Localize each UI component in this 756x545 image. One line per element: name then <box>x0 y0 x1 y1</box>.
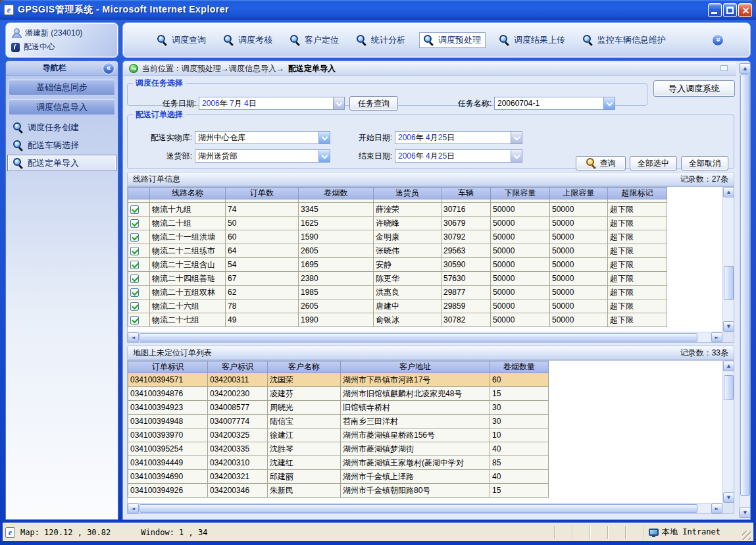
table-cell: 许晓峰 <box>374 217 441 230</box>
row-checkbox[interactable] <box>130 247 139 255</box>
scroll-down-button[interactable] <box>740 507 751 518</box>
table-cell: 50000 <box>550 272 608 286</box>
panel-collapse-button[interactable] <box>720 65 728 71</box>
row-checkbox[interactable] <box>130 316 139 324</box>
dropdown-arrow-icon[interactable] <box>603 97 615 109</box>
row-checkbox[interactable] <box>130 274 139 283</box>
table-cell: 10 <box>490 428 549 442</box>
column-header: 卷烟数 <box>299 188 374 199</box>
magnifier-icon <box>224 35 234 45</box>
scroll-thumb[interactable] <box>139 504 697 513</box>
scroll-down-button[interactable] <box>723 492 734 503</box>
dropdown-arrow-icon[interactable] <box>333 97 344 109</box>
sidebar-item[interactable]: 配送车辆选择 <box>7 137 116 153</box>
column-header: 上限容量 <box>550 188 608 199</box>
table-row[interactable]: 034100394876034200230凌建芬湖州市旧馆镇麒麟村北凌家兜48号… <box>128 387 721 401</box>
scroll-thumb[interactable] <box>724 375 734 400</box>
table-row[interactable]: 034100394571034200311沈国荣湖州市下昂镇市河路17号60 <box>128 373 721 387</box>
start-date-combo[interactable]: 2006年 4月25日 <box>395 131 522 144</box>
resize-grip[interactable] <box>742 531 751 540</box>
table-row[interactable]: 034100394926034200346朱新民湖州市千金镇朝阳路80号15 <box>128 484 721 498</box>
menu-item[interactable]: 客户定位 <box>286 32 343 48</box>
sidebar-group-button[interactable]: 基础信息同步 <box>9 79 115 95</box>
maximize-button[interactable] <box>723 3 737 17</box>
row-checkbox[interactable] <box>130 205 139 214</box>
scroll-left-button[interactable] <box>128 332 139 342</box>
scroll-up-button[interactable] <box>723 361 734 371</box>
table-row[interactable]: 物流二十七组491990俞银冰307825000050000超下限 <box>128 313 721 327</box>
column-header: 订单数 <box>226 188 299 199</box>
dropdown-arrow-icon[interactable] <box>318 132 330 143</box>
row-checkbox[interactable] <box>130 261 139 269</box>
dropdown-arrow-icon[interactable] <box>511 150 522 162</box>
scroll-up-button[interactable] <box>723 187 734 197</box>
column-header: 客户标识 <box>208 361 268 373</box>
table-row[interactable]: 034100393970034200325徐建江湖州市菱湖镇星桥路156号10 <box>128 428 721 442</box>
scroll-right-button[interactable] <box>711 332 722 342</box>
menu-item[interactable]: 调度查询 <box>153 32 210 48</box>
row-checkbox[interactable] <box>130 233 139 242</box>
table-row[interactable]: 034100395254034200335沈胜琴湖州市菱湖镇梦湖街40 <box>128 442 721 456</box>
sidebar-group-button[interactable]: 调度信息导入 <box>9 99 115 115</box>
unlocated-table-vscrollbar[interactable] <box>722 361 734 503</box>
table-row[interactable]: 034100394449034200310沈建红湖州市菱湖镇王家墩村(菱湖中学对… <box>128 456 721 470</box>
task-date-combo[interactable]: 2006年 7月 4日 <box>199 97 345 110</box>
warehouse-combo[interactable]: 湖州中心仓库 <box>195 131 330 144</box>
delivery-dept-combo[interactable]: 湖州送货部 <box>195 149 330 163</box>
table-cell: 85 <box>490 456 549 470</box>
table-row[interactable]: 物流二十二组练市642605张晓伟295635000050000超下限 <box>128 244 721 258</box>
row-checkbox[interactable] <box>130 219 139 228</box>
table-cell: 物流二十组 <box>150 217 226 230</box>
route-table-hscrollbar[interactable] <box>128 332 722 342</box>
table-cell: 29877 <box>441 286 491 299</box>
content-vscrollbar[interactable] <box>739 63 750 518</box>
sidebar-collapse-button[interactable] <box>103 63 114 74</box>
unlocated-table-hscrollbar[interactable] <box>128 503 722 513</box>
table-row[interactable]: 物流二十组501625许晓峰306795000050000超下限 <box>128 217 721 230</box>
dropdown-arrow-icon[interactable] <box>511 132 522 143</box>
toolbar-collapse-button[interactable] <box>712 34 724 46</box>
route-table-vscrollbar[interactable] <box>722 187 734 332</box>
row-checkbox[interactable] <box>130 302 139 311</box>
menu-item[interactable]: 调度结果上传 <box>495 32 569 48</box>
scroll-thumb[interactable] <box>740 74 750 496</box>
column-header: 超限标记 <box>608 188 667 199</box>
column-header: 卷烟数量 <box>490 361 549 373</box>
menu-item[interactable]: 调度考核 <box>220 32 276 48</box>
unlocated-table-title: 地图上未定位订单列表 <box>133 348 212 359</box>
table-row[interactable]: 物流二十四组善琏672380陈更华576305000050000超下限 <box>128 272 721 286</box>
close-button[interactable] <box>738 3 752 17</box>
table-row[interactable]: 034100394923034008577周晓光旧馆镇寺桥村30 <box>128 401 721 415</box>
scroll-thumb[interactable] <box>139 333 697 342</box>
task-name-combo[interactable]: 20060704-1 <box>494 97 615 110</box>
department-icon <box>11 43 20 52</box>
scroll-left-button[interactable] <box>128 504 139 513</box>
table-row[interactable]: 物流二十一组洪塘601590金明康307925000050000超下限 <box>128 230 721 244</box>
scroll-thumb[interactable] <box>724 266 734 300</box>
menu-item[interactable]: 统计分析 <box>353 32 409 48</box>
table-row[interactable]: 034100394690034200321邱建丽湖州市千金镇上泽路40 <box>128 470 721 484</box>
sidebar-item[interactable]: 配送定单导入 <box>7 155 116 171</box>
table-row[interactable]: 物流二十三组含山541695安静305905000050000超下限 <box>128 258 721 272</box>
scroll-right-button[interactable] <box>711 504 722 513</box>
scroll-down-button[interactable] <box>723 321 734 332</box>
scroll-up-button[interactable] <box>740 63 751 74</box>
table-cell: 苕南乡三田洋村 <box>341 415 490 428</box>
query-button[interactable]: 查询 <box>576 156 626 170</box>
table-row[interactable]: 034100394948034007774陆信宝苕南乡三田洋村30 <box>128 415 721 428</box>
table-row[interactable]: 物流二十六组782605唐建中298595000050000超下限 <box>128 299 721 313</box>
row-checkbox[interactable] <box>130 288 139 297</box>
sidebar-item[interactable]: 调度任务创建 <box>7 119 116 136</box>
dropdown-arrow-icon[interactable] <box>318 150 330 162</box>
menu-item[interactable]: 监控车辆信息维护 <box>579 32 670 48</box>
minimize-button[interactable] <box>708 3 722 17</box>
table-row[interactable]: 物流十九组743345薛淦荣307165000050000超下限 <box>128 203 721 217</box>
end-date-combo[interactable]: 2006年 4月25日 <box>395 149 522 163</box>
menu-item[interactable]: 调度预处理 <box>419 32 486 48</box>
task-query-button[interactable]: 任务查询 <box>349 96 398 111</box>
table-cell: 物流二十三组含山 <box>150 258 226 272</box>
deselect-all-button[interactable]: 全部取消 <box>681 156 728 170</box>
table-row[interactable]: 物流二十五组双林621985洪惠良298775000050000超下限 <box>128 286 721 299</box>
select-all-button[interactable]: 全部选中 <box>630 156 677 170</box>
import-dispatch-button[interactable]: 导入调度系统 <box>653 80 735 97</box>
